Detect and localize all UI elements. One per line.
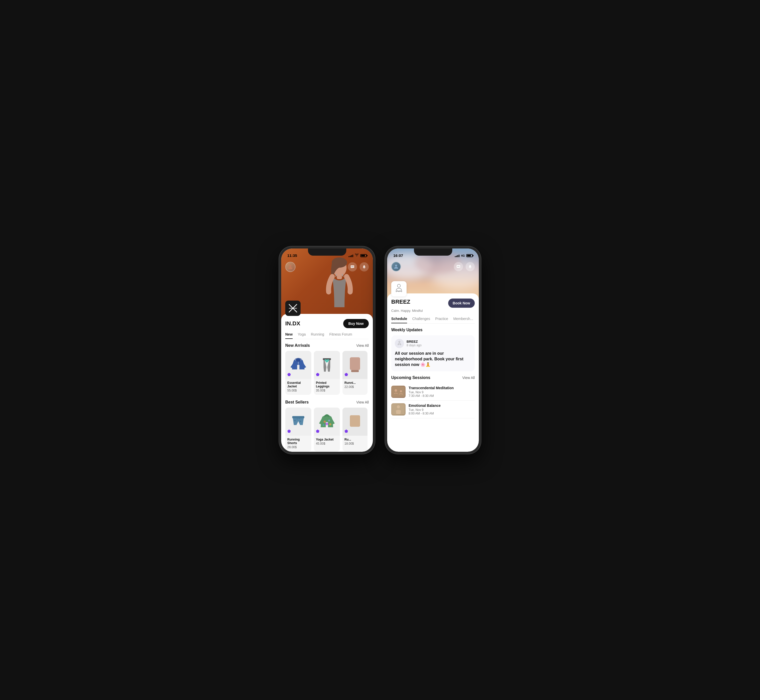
notification-icon-button-2[interactable] [466,262,475,271]
brand-header-row: IN.DX Buy Now [285,319,369,328]
notch [308,248,346,256]
best-sellers-list: ⬟ Running Shorts 28.00$ [285,408,369,452]
session-item-2[interactable]: Emotional Balance Tue, Nov 9 8:00 AM - 8… [391,401,475,418]
update-time-ago: 8 days ago [407,344,422,347]
update-message: All our session are in our neighborhood … [395,351,471,368]
notification-icon-2 [468,264,472,269]
balance-session-image [392,404,405,414]
product-card-yoga-jacket[interactable]: ⬟ Yoga Jacket 45.00$ [314,408,340,452]
content-area: IN.DX Buy Now New Yoga Running Fitness F… [281,314,373,452]
bookmark-icon-2[interactable]: ⬟ [316,372,319,377]
weekly-updates-header: Weekly Updates [391,328,475,332]
tab-schedule[interactable]: Schedule [391,317,407,323]
tab-practice[interactable]: Practice [435,317,448,323]
product-info-jacket: Essential Jacket 55.00$ [285,379,311,395]
chat-icon-2 [457,265,460,269]
product-info-running: Runni... 22.00$ [342,379,367,391]
new-arrivals-title: New Arrivals [285,343,310,348]
chat-icon-button-2[interactable] [454,262,463,271]
product-image-running: ⬟ [342,351,367,379]
svg-point-29 [458,266,459,267]
tab-fitness-forum[interactable]: Fitness Forum [329,332,352,339]
best-sellers-view-all[interactable]: View All [356,400,369,404]
new-arrivals-list: ⬟ Essential Jacket 55.00$ [285,351,369,395]
product-name-yoga-jacket: Yoga Jacket [316,438,338,441]
product-card-shorts[interactable]: ⬟ Running Shorts 28.00$ [285,408,311,452]
bookmark-icon-6[interactable]: ⬟ [344,429,348,434]
svg-point-28 [457,266,458,267]
svg-point-31 [397,284,400,287]
tab-new[interactable]: New [285,332,292,339]
svg-point-18 [297,418,298,419]
avatar-icon-2 [393,264,399,270]
tab-membership[interactable]: Membersh... [453,317,473,323]
upcoming-sessions-title: Upcoming Sessions [391,375,430,380]
svg-rect-37 [392,387,405,397]
weekly-updates-title: Weekly Updates [391,328,422,332]
user-avatar-2[interactable] [391,262,401,272]
new-arrivals-header: New Arrivals View All [285,343,369,348]
tab-yoga[interactable]: Yoga [298,332,306,339]
product-name-jacket: Essential Jacket [287,381,309,388]
product-price-shorts: 28.00$ [287,445,309,449]
signal-icon [349,254,353,257]
product-card-ru3[interactable]: ⬟ Ru... 18.00$ [342,408,367,452]
buy-now-button[interactable]: Buy Now [343,319,369,328]
product-price-leggings: 35.00$ [316,389,338,392]
tab-running[interactable]: Running [311,332,324,339]
signal-icon-2 [455,254,460,257]
new-arrivals-view-all[interactable]: View All [356,344,369,348]
session-thumb-1 [391,386,405,398]
brand-name-label: IN.DX [285,320,300,327]
leggings-illustration [318,356,336,374]
category-tabs: New Yoga Running Fitness Forum [285,332,369,339]
session-item-1[interactable]: Transcendental Meditation Tue, Nov 9 7:3… [391,383,475,401]
bookmark-icon-4[interactable]: ⬟ [287,429,291,434]
notification-icon-button[interactable] [360,262,369,272]
session-date-2: Tue, Nov 9 [408,408,441,412]
svg-point-24 [323,424,324,425]
svg-rect-11 [323,358,331,360]
product-image-shorts: ⬟ [285,408,311,436]
meditation-session-image [392,387,405,397]
svg-rect-6 [337,274,342,279]
product-name-ru3: Ru... [344,438,366,441]
session-thumb-2 [391,403,405,416]
svg-point-39 [400,390,402,392]
svg-point-34 [399,341,400,342]
product-card-leggings[interactable]: ⬟ Printed Leggings 35.00$ [314,351,340,395]
breez-name-label: BREEZ [391,298,410,305]
bookmark-icon-5[interactable]: ⬟ [316,429,319,434]
chat-icon-button[interactable] [348,262,357,272]
svg-rect-14 [350,357,360,370]
phone-indx: 11:35 [279,247,375,454]
phone-breez: 16:07 4G [385,247,481,454]
product-image-jacket: ⬟ [285,351,311,379]
shorts-illustration [289,413,307,431]
product-image-yoga-jacket: ⬟ [314,408,340,436]
network-type: 4G [461,254,465,257]
hero-header: 11:35 [281,248,373,320]
hoodie-illustration [318,413,336,431]
update-meta: BREEZ 8 days ago [407,340,422,347]
svg-point-19 [300,420,301,422]
tab-challenges[interactable]: Challenges [412,317,430,323]
sessions-view-all[interactable]: View All [462,376,475,380]
jacket-illustration [289,356,307,374]
battery-icon-2 [466,254,473,257]
partial-product-illustration [349,414,361,429]
book-now-button[interactable]: Book Now [448,298,475,308]
user-avatar[interactable] [285,262,296,272]
bookmark-icon[interactable]: ⬟ [287,372,291,377]
header-actions-2 [454,262,475,271]
product-card-running[interactable]: ⬟ Runni... 22.00$ [342,351,367,395]
update-card: BREEZ 8 days ago All our session are in … [391,335,475,371]
indx-logo [288,303,298,313]
best-sellers-title: Best Sellers [285,400,309,405]
product-card-jacket[interactable]: ⬟ Essential Jacket 55.00$ [285,351,311,395]
svg-point-41 [397,405,400,408]
svg-point-22 [328,420,330,421]
product-info-yoga-jacket: Yoga Jacket 45.00$ [314,436,340,448]
bookmark-icon-3[interactable]: ⬟ [344,372,348,377]
product-price-yoga-jacket: 45.00$ [316,442,338,445]
